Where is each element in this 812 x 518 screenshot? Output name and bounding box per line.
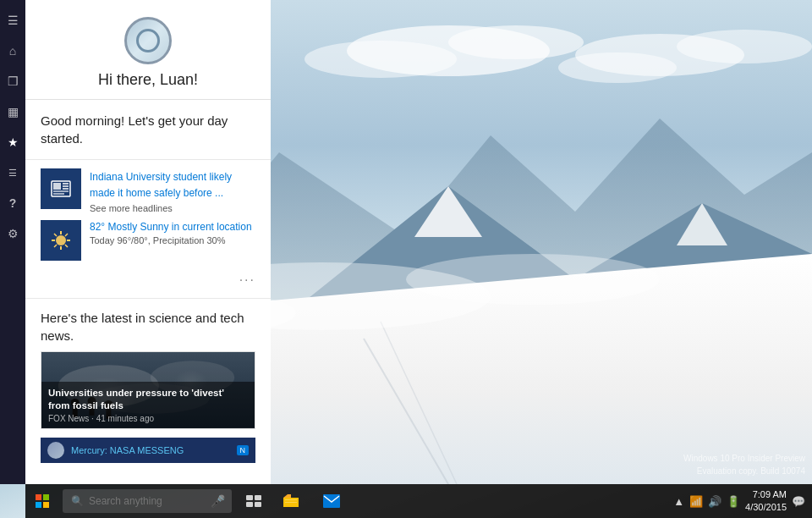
news-card-icon (41, 168, 81, 209)
mail-button[interactable] (313, 486, 350, 516)
more-options-dots[interactable]: ... (41, 267, 255, 289)
news-card-section: Indiana University student likely made i… (25, 160, 271, 299)
cortana-greeting: Hi there, Luan! (98, 71, 198, 89)
news-card-meta[interactable]: See more headlines (90, 203, 255, 213)
svg-rect-44 (36, 494, 41, 500)
taskbar-app-buttons (239, 486, 350, 516)
cortana-header: Hi there, Luan! (25, 0, 271, 100)
svg-point-6 (677, 30, 812, 63)
mercury-badge: N (237, 445, 250, 455)
cortana-logo-inner (136, 29, 160, 52)
task-view-button[interactable] (239, 486, 269, 516)
system-clock[interactable]: 7:09 AM 4/30/2015 (745, 488, 787, 515)
sidebar-home[interactable]: ⌂ (0, 37, 25, 64)
weather-detail: Today 96°/80°, Precipitation 30% (90, 235, 255, 245)
svg-line-32 (65, 234, 68, 236)
svg-rect-51 (255, 502, 261, 507)
file-explorer-button[interactable] (272, 486, 310, 516)
weather-card-icon (41, 220, 81, 261)
weather-card-item[interactable]: 82° Mostly Sunny in current location Tod… (41, 220, 255, 261)
svg-rect-54 (323, 494, 340, 508)
sidebar: ☰ ⌂ ❒ ▦ ★ ☰ ? ⚙ (0, 0, 25, 484)
taskbar-search-box[interactable]: 🔍 🎤 (63, 489, 232, 513)
svg-rect-48 (246, 495, 253, 500)
start-button[interactable] (25, 484, 59, 518)
svg-point-2 (448, 25, 584, 59)
svg-point-16 (406, 254, 660, 305)
svg-rect-50 (246, 502, 253, 507)
cortana-morning-message: Good morning! Let's get your day started… (25, 100, 271, 160)
mercury-text: Mercury: NASA MESSENG (71, 445, 230, 455)
sidebar-hamburger[interactable]: ☰ (0, 7, 25, 34)
svg-rect-53 (285, 502, 297, 503)
svg-point-3 (304, 41, 457, 78)
news-card-content: Indiana University student likely made i… (90, 168, 255, 213)
sidebar-help[interactable]: ? (0, 190, 25, 217)
sidebar-calendar[interactable]: ▦ (0, 98, 25, 125)
search-input[interactable] (89, 495, 207, 507)
mercury-planet-icon (47, 442, 64, 459)
fossil-article-title: Universities under pressure to 'divest' … (48, 387, 248, 412)
chevron-up-icon[interactable]: ▲ (673, 495, 684, 508)
weather-card-content: 82° Mostly Sunny in current location Tod… (90, 220, 255, 246)
volume-icon[interactable]: 🔊 (708, 495, 721, 508)
cortana-logo (124, 17, 172, 64)
fossil-article-source: FOX News · 41 minutes ago (48, 414, 248, 423)
microphone-icon[interactable]: 🎤 (211, 494, 225, 508)
svg-rect-49 (255, 495, 261, 500)
svg-rect-19 (53, 183, 61, 190)
system-tray: ▲ 📶 🔊 🔋 7:09 AM 4/30/2015 💬 (667, 484, 812, 518)
windows-watermark: Windows 10 Pro Insider Preview Evaluatio… (683, 452, 805, 477)
mercury-article-bar[interactable]: Mercury: NASA MESSENG N (41, 438, 255, 463)
svg-line-33 (54, 245, 57, 247)
svg-rect-47 (43, 502, 49, 508)
science-header: Here's the latest in science and tech ne… (25, 299, 271, 351)
cortana-panel: Hi there, Luan! Good morning! Let's get … (25, 0, 271, 484)
fossil-article-card[interactable]: Universities under pressure to 'divest' … (41, 351, 255, 429)
news-card-link[interactable]: Indiana University student likely made i… (90, 171, 232, 199)
svg-rect-45 (43, 494, 49, 500)
svg-line-31 (65, 245, 68, 247)
sidebar-settings[interactable]: ⚙ (0, 220, 25, 247)
sidebar-favorites[interactable]: ★ (0, 129, 25, 156)
sidebar-feedback[interactable]: ☰ (0, 159, 25, 186)
svg-rect-46 (36, 502, 41, 508)
fossil-article-overlay: Universities under pressure to 'divest' … (41, 382, 255, 428)
taskbar: 🔍 🎤 ▲ (25, 484, 812, 518)
svg-rect-52 (285, 499, 297, 500)
notification-icon[interactable]: 💬 (792, 495, 805, 508)
battery-icon[interactable]: 🔋 (727, 495, 740, 508)
search-icon: 🔍 (71, 495, 84, 507)
svg-line-30 (54, 234, 57, 236)
svg-point-25 (56, 235, 66, 245)
sidebar-documents[interactable]: ❒ (0, 68, 25, 95)
network-icon[interactable]: 📶 (689, 495, 703, 508)
weather-title[interactable]: 82° Mostly Sunny in current location (90, 220, 255, 234)
news-card-item[interactable]: Indiana University student likely made i… (41, 168, 255, 213)
